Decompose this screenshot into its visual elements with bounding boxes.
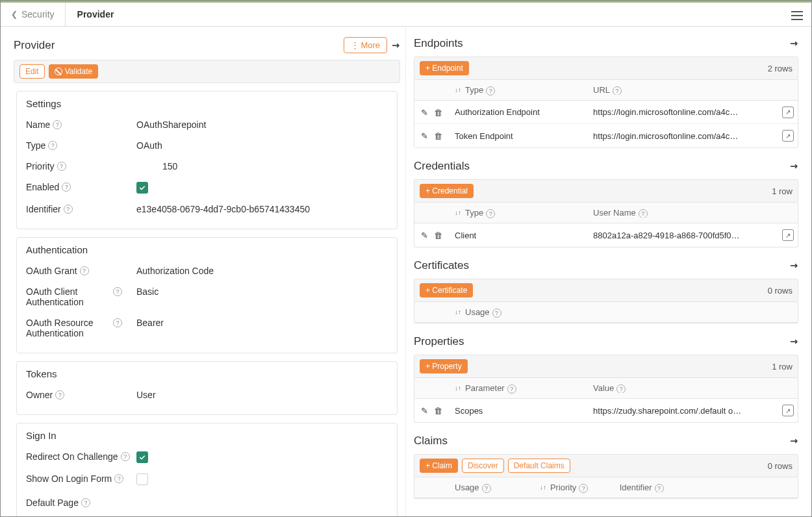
table-row[interactable]: ✎ 🗑 Client 8802a12a-a829-4918-a868-700fd… [414,223,798,247]
external-link-icon[interactable]: ↗ [782,107,794,118]
properties-title: Properties [414,335,464,348]
tokens-heading: Tokens [17,362,397,385]
priority-value: 150 [136,161,388,171]
add-property-button[interactable]: + Property [420,359,468,373]
delete-icon[interactable]: 🗑 [434,108,443,117]
table-row[interactable]: ✎ 🗑 Token Endpoint https://login.microso… [414,124,798,147]
help-icon[interactable]: ? [64,205,73,214]
settings-heading: Settings [17,92,397,114]
help-icon[interactable]: ? [507,385,516,394]
credentials-row-count: 1 row [772,186,793,196]
settings-section: Settings Name ? OAuthSharepoint Type ? O… [16,91,398,229]
sort-icon[interactable]: ↓↑ [455,86,461,94]
help-icon[interactable]: ? [613,86,622,95]
delete-icon[interactable]: 🗑 [434,131,443,140]
edit-button[interactable]: Edit [19,64,45,79]
table-row[interactable]: ✎ 🗑 Authorization Endpoint https://login… [414,101,798,124]
breadcrumb-current: Provider [66,9,126,19]
authentication-section: Authentication OAuth Grant ? Authorizati… [16,237,398,353]
breadcrumb-back-security[interactable]: ❮ Security [1,3,66,26]
help-icon[interactable]: ? [579,484,588,493]
help-icon[interactable]: ? [62,183,71,192]
edit-icon[interactable]: ✎ [421,108,430,117]
help-icon[interactable]: ? [482,484,491,493]
help-icon[interactable]: ? [616,385,626,394]
tokens-section: Tokens Owner ? User [16,361,398,415]
hamburger-menu-icon[interactable] [789,8,805,23]
help-icon[interactable]: ? [655,484,664,493]
more-button[interactable]: ⋮ More [344,37,387,53]
claims-table: Usage ? ↓↑Priority ? Identifier ? [414,477,798,499]
expand-icon[interactable]: ↗ [390,39,403,52]
redirect-checkbox[interactable] [136,451,148,463]
name-value: OAuthSharepoint [136,120,388,130]
certificates-table: ↓↑Usage ? [414,302,798,323]
expand-icon[interactable]: ↗ [788,259,801,272]
oauth-client-auth-value: Basic [136,286,388,297]
external-link-icon[interactable]: ↗ [782,130,794,142]
help-icon[interactable]: ? [113,287,122,296]
signin-section: Sign In Redirect On Challenge ? Show On … [16,423,398,516]
sort-icon[interactable]: ↓↑ [455,309,461,316]
left-pane: Provider ⋮ More ↗ Edit Validate Settings [1,27,406,516]
help-icon[interactable]: ? [114,474,123,483]
owner-value: User [136,390,388,400]
edit-icon[interactable]: ✎ [421,231,430,240]
oauth-resource-auth-value: Bearer [136,318,388,328]
chevron-left-icon: ❮ [11,10,18,19]
help-icon[interactable]: ? [53,120,62,129]
default-claims-button[interactable]: Default Claims [508,459,570,473]
top-bar: ❮ Security Provider [1,1,811,27]
delete-icon[interactable]: 🗑 [434,406,443,415]
delete-icon[interactable]: 🗑 [434,231,443,240]
sort-icon[interactable]: ↓↑ [540,484,546,491]
help-icon[interactable]: ? [81,498,90,507]
edit-icon[interactable]: ✎ [421,131,430,140]
breadcrumb: ❮ Security Provider [1,3,125,26]
enabled-checkbox[interactable] [136,182,148,194]
sort-icon[interactable]: ↓↑ [455,209,461,216]
discover-button[interactable]: Discover [462,459,504,473]
table-row[interactable]: ✎ 🗑 Scopes https://zudy.sharepoint.com/.… [414,399,798,422]
endpoints-table: ↓↑Type ? URL ? ✎ 🗑 Authorization Endpoin… [414,80,798,148]
help-icon[interactable]: ? [57,162,66,171]
validate-icon [55,68,62,75]
help-icon[interactable]: ? [639,209,648,218]
certificates-title: Certificates [414,259,469,272]
add-endpoint-button[interactable]: + Endpoint [420,61,469,75]
add-credential-button[interactable]: + Credential [420,184,474,198]
expand-icon[interactable]: ↗ [788,335,801,348]
signin-heading: Sign In [17,423,397,446]
check-icon [138,453,146,461]
endpoints-title: Endpoints [414,37,463,50]
sort-icon[interactable]: ↓↑ [455,385,461,392]
show-login-checkbox[interactable] [136,473,148,485]
help-icon[interactable]: ? [121,452,130,461]
certificates-row-count: 0 rows [768,286,793,296]
expand-icon[interactable]: ↗ [788,160,801,173]
right-pane: Endpoints ↗ + Endpoint 2 rows ↓↑Type ? U… [406,27,811,516]
type-value: OAuth [136,140,388,151]
help-icon[interactable]: ? [486,86,495,95]
properties-table: ↓↑Parameter ? Value ? ✎ 🗑 Scopes https:/… [414,378,798,423]
edit-icon[interactable]: ✎ [421,406,430,415]
help-icon[interactable]: ? [48,141,57,150]
external-link-icon[interactable]: ↗ [782,229,794,241]
claims-title: Claims [414,435,448,448]
help-icon[interactable]: ? [486,209,495,218]
identifier-value: e13e4058-0679-4dd7-9cb0-b65741433450 [136,204,388,214]
endpoints-row-count: 2 rows [768,64,793,73]
help-icon[interactable]: ? [80,266,89,275]
external-link-icon[interactable]: ↗ [782,405,794,416]
add-claim-button[interactable]: + Claim [420,459,458,473]
oauth-grant-value: Authorization Code [136,266,388,276]
breadcrumb-back-label: Security [21,9,55,19]
add-certificate-button[interactable]: + Certificate [420,283,473,297]
expand-icon[interactable]: ↗ [788,435,801,448]
validate-button[interactable]: Validate [49,64,98,79]
more-dots-icon: ⋮ [351,40,358,50]
help-icon[interactable]: ? [492,309,501,318]
help-icon[interactable]: ? [55,390,64,399]
expand-icon[interactable]: ↗ [788,37,801,50]
help-icon[interactable]: ? [113,318,122,327]
